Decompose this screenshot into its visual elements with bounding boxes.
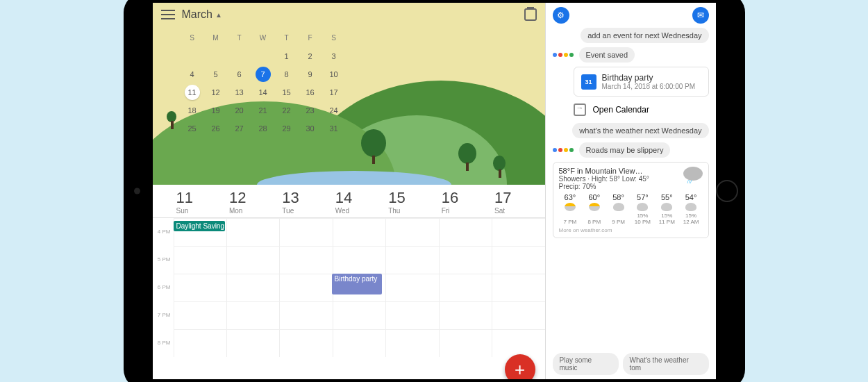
mini-day[interactable]: 31 (322, 119, 346, 138)
grid-cell[interactable] (279, 274, 332, 301)
event-card[interactable]: 31 Birthday party March 14, 2018 at 6:00… (574, 67, 709, 97)
mini-day[interactable]: 1 (275, 47, 299, 65)
grid-cell[interactable] (226, 246, 279, 274)
weather-more-link[interactable]: More on weather.com (559, 227, 703, 233)
calendar-event[interactable]: Birthday party (332, 274, 382, 294)
menu-icon[interactable] (161, 10, 175, 19)
grid-cell[interactable] (492, 274, 544, 301)
weather-card[interactable]: 58°F in Mountain View… Showers · High: 5… (553, 162, 709, 238)
grid-cell[interactable] (333, 329, 385, 357)
grid-cell[interactable] (279, 329, 332, 357)
mail-icon[interactable]: ✉ (692, 7, 709, 24)
mini-day[interactable]: 17 (322, 83, 346, 101)
grid-cell[interactable] (385, 218, 438, 246)
grid-cell[interactable] (333, 246, 385, 274)
mini-day[interactable]: 20 (228, 101, 251, 119)
mini-calendar[interactable]: SMTWTFS 12345678910111213141516171819202… (153, 26, 545, 140)
grid-cell[interactable] (439, 218, 492, 246)
grid-cell[interactable] (385, 274, 438, 301)
open-calendar-link[interactable]: Open Calendar (574, 101, 709, 119)
mini-day[interactable]: 8 (275, 65, 299, 83)
gear-icon[interactable]: ⚙ (553, 7, 569, 24)
mini-day[interactable]: 26 (204, 119, 228, 138)
mini-day[interactable]: 21 (251, 101, 275, 119)
mini-day[interactable]: 13 (228, 83, 251, 101)
weather-details: Showers · High: 58° Low: 45° (559, 175, 679, 183)
grid-cell[interactable] (492, 301, 544, 329)
weekday-header[interactable]: 16Fri (439, 189, 492, 215)
grid-cell[interactable] (385, 301, 438, 329)
grid-cell[interactable] (174, 246, 226, 274)
mini-day[interactable]: 25 (181, 119, 204, 138)
mini-day[interactable] (181, 47, 204, 65)
mini-day[interactable] (251, 47, 275, 65)
user-query-2[interactable]: what's the weather next Wednesday (572, 123, 708, 138)
week-grid[interactable]: 4 PM5 PM6 PM7 PM8 PMBirthday party (153, 218, 545, 357)
mini-day[interactable]: 28 (251, 119, 275, 138)
grid-cell[interactable] (439, 301, 492, 329)
grid-cell[interactable] (439, 329, 492, 357)
mini-day[interactable]: 2 (299, 47, 322, 65)
mini-day[interactable] (228, 47, 251, 65)
grid-cell[interactable] (226, 274, 279, 301)
month-selector[interactable]: March ▲ (182, 8, 222, 21)
mini-day[interactable]: 6 (228, 65, 251, 83)
event-subtitle: March 14, 2018 at 6:00:00 PM (602, 83, 696, 90)
user-query-1[interactable]: add an event for next Wednesday (581, 28, 708, 43)
grid-cell[interactable] (174, 301, 226, 329)
mini-day[interactable]: 5 (204, 65, 228, 83)
dow-label: F (299, 29, 322, 47)
today-icon[interactable] (524, 8, 537, 21)
weekday-header[interactable]: 13Tue (279, 189, 332, 215)
weekday-header[interactable]: 15Thu (385, 189, 438, 215)
grid-cell[interactable] (174, 329, 226, 357)
mini-day[interactable]: 19 (204, 101, 228, 119)
grid-cell[interactable] (439, 274, 492, 301)
mini-day[interactable]: 3 (322, 47, 346, 65)
mini-day[interactable]: 27 (228, 119, 251, 138)
mini-day[interactable]: 23 (299, 101, 322, 119)
time-label: 4 PM (153, 218, 174, 246)
mini-day[interactable]: 12 (204, 83, 228, 101)
weekday-header[interactable]: 14Wed (333, 189, 385, 215)
weekday-header[interactable]: 12Mon (226, 189, 279, 215)
grid-cell[interactable] (385, 329, 438, 357)
mini-day[interactable]: 24 (322, 101, 346, 119)
mini-day[interactable]: 10 (322, 65, 346, 83)
grid-cell[interactable] (279, 301, 332, 329)
home-button[interactable] (716, 180, 738, 202)
weekday-header[interactable]: 11Sun (174, 189, 226, 215)
grid-cell[interactable] (333, 218, 385, 246)
mini-day[interactable]: 29 (275, 119, 299, 138)
suggestion-chip-1[interactable]: Play some music (553, 353, 619, 375)
grid-cell[interactable] (226, 301, 279, 329)
grid-cell[interactable] (226, 218, 279, 246)
grid-cell[interactable] (492, 218, 544, 246)
mini-day[interactable]: 22 (275, 101, 299, 119)
grid-cell[interactable] (439, 246, 492, 274)
forecast-hour: 54°15%12 AM (680, 193, 703, 225)
weekday-header[interactable]: 17Sat (492, 189, 544, 215)
mini-day[interactable]: 11 (185, 85, 200, 100)
mini-day[interactable]: 30 (299, 119, 322, 138)
grid-cell[interactable] (226, 329, 279, 357)
add-event-fab[interactable]: + (505, 354, 535, 379)
suggestion-chip-2[interactable]: What's the weather tom (623, 353, 709, 375)
grid-cell[interactable] (279, 246, 332, 274)
chevron-up-icon: ▲ (215, 11, 222, 19)
mini-day[interactable]: 15 (275, 83, 299, 101)
allday-event[interactable]: Daylight Saving (174, 221, 225, 231)
mini-day[interactable]: 14 (251, 83, 275, 101)
mini-day[interactable]: 7 (256, 67, 271, 82)
mini-day[interactable]: 9 (299, 65, 322, 83)
grid-cell[interactable] (385, 246, 438, 274)
grid-cell[interactable] (174, 274, 226, 301)
grid-cell[interactable] (492, 329, 544, 357)
mini-day[interactable]: 16 (299, 83, 322, 101)
mini-day[interactable] (204, 47, 228, 65)
grid-cell[interactable] (333, 301, 385, 329)
grid-cell[interactable] (279, 218, 332, 246)
mini-day[interactable]: 4 (181, 65, 204, 83)
grid-cell[interactable] (492, 246, 544, 274)
mini-day[interactable]: 18 (181, 101, 204, 119)
